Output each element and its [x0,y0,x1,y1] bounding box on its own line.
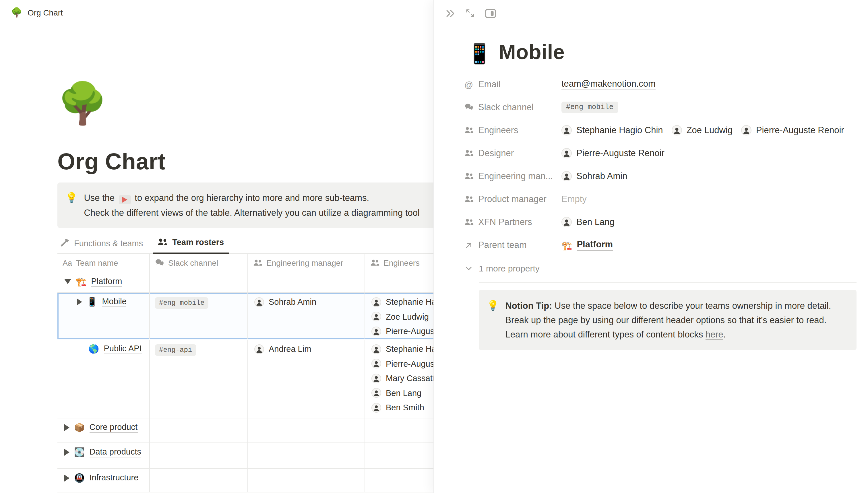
slack-channel-chip: #eng-api [155,344,196,356]
lightbulb-icon: 💡 [65,191,78,220]
property-label[interactable]: @ Email [464,79,562,89]
person-mention[interactable]: Pierre-Auguste Renoir [741,125,844,135]
cell-slack-channel[interactable]: #eng-api [150,340,248,417]
arrow-up-right-icon [464,240,473,250]
here-link[interactable]: here [705,329,723,340]
cell-team-name[interactable]: 📦 Core product [58,418,150,442]
cell-team-name[interactable]: 🌎 Public API [58,340,150,417]
team-name-link[interactable]: Core product [89,422,137,432]
person-mention[interactable]: Zoe Ludwig [672,125,733,135]
person-name: Sohrab Amin [269,298,316,307]
avatar [562,125,572,135]
hammer-icon [60,238,69,248]
team-name-link[interactable]: Infrastructure [89,473,139,483]
more-properties-toggle[interactable]: 1 more property [464,257,868,279]
cell-slack-channel[interactable] [150,443,248,468]
team-emoji: 🌎 [88,344,99,353]
person-name: Sohrab Amin [576,171,628,181]
property-label[interactable]: Engineering man... [464,171,562,181]
cell-slack-channel[interactable]: #eng-mobile [150,293,248,339]
property-label[interactable]: Engineers [464,125,562,135]
people-icon [464,148,473,158]
person-mention[interactable]: Andrea Lim [248,342,364,357]
expand-toggle-icon[interactable] [64,424,69,431]
avatar [254,344,264,354]
toggle-spacer [77,348,84,349]
person-name: Andrea Lim [269,345,311,354]
cell-slack-channel[interactable] [150,272,248,292]
people-icon [464,171,473,181]
chat-bubbles-icon [464,103,473,112]
property-label[interactable]: Parent team [464,240,562,250]
cell-engineering-manager[interactable] [248,443,365,468]
tab-label: Functions & teams [74,238,143,248]
cell-team-name[interactable]: 🚇 Infrastructure [58,469,150,492]
parent-team-relation-link[interactable]: 🏗️ Platform [562,239,613,251]
property-label[interactable]: Designer [464,148,562,158]
people-icon [464,217,473,227]
breadcrumb-page-title[interactable]: Org Chart [27,8,63,17]
expand-toggle-icon[interactable] [64,474,69,481]
cell-team-name[interactable]: 📱 Mobile [58,293,150,339]
callout-line-2: Check the different views of the table. … [84,205,419,220]
cell-team-name[interactable]: 🏗️ Platform [58,272,150,292]
person-name: Ben Lang [386,389,421,398]
team-name-link[interactable]: Data products [89,447,141,457]
property-label[interactable]: Slack channel [464,102,562,112]
divider [479,282,856,283]
team-name-link[interactable]: Mobile [102,296,126,307]
avatar [372,359,381,369]
slack-channel-chip: #eng-mobile [155,297,208,308]
cell-slack-channel[interactable] [150,418,248,442]
team-page-title[interactable]: Mobile [499,40,565,64]
people-icon [464,194,473,204]
cell-engineering-manager[interactable] [248,272,365,292]
people-icon [370,258,379,267]
cell-engineering-manager[interactable] [248,469,365,492]
open-full-page-expand-icon[interactable] [463,6,478,21]
person-mention[interactable]: Pierre-Auguste Renoir [562,148,664,158]
person-mention[interactable]: Sohrab Amin [562,171,628,181]
team-page-emoji[interactable]: 📱 [467,42,492,64]
chevron-down-icon [464,263,473,273]
peek-title: 📱 Mobile [467,40,868,64]
avatar [254,297,264,307]
expand-toggle-icon[interactable] [64,449,69,455]
person-mention[interactable]: Stephanie Hagio Chin [562,125,663,135]
property-row-product-manager: Product manager Empty [464,188,868,211]
cell-engineering-manager[interactable]: Andrea Lim [248,340,365,417]
person-name: Zoe Ludwig [386,312,429,321]
cell-engineering-manager[interactable]: Sohrab Amin [248,293,365,339]
property-row-slack-channel: Slack channel #eng-mobile [464,96,868,119]
team-emoji: 🏗️ [76,277,86,286]
person-mention[interactable]: Sohrab Amin [248,295,364,309]
person-mention[interactable]: Ben Lang [562,217,615,227]
page-cover-emoji[interactable]: 🌳 [58,82,103,125]
column-header-team-name[interactable]: Aa Team name [58,253,150,272]
property-label[interactable]: XFN Partners [464,217,562,227]
cell-team-name[interactable]: 💽 Data products [58,443,150,468]
close-peek-double-chevron-icon[interactable] [443,6,458,21]
empty-value[interactable]: Empty [562,194,587,204]
cell-engineering-manager[interactable] [248,418,365,442]
property-label[interactable]: Product manager [464,194,562,204]
collapse-toggle-icon[interactable] [64,279,71,284]
tab-functions-and-teams[interactable]: Functions & teams [58,237,148,253]
email-value-link[interactable]: team@makenotion.com [562,79,656,90]
person-name: Ben Smith [386,403,424,412]
slack-channel-chip[interactable]: #eng-mobile [562,102,618,113]
team-emoji: 💽 [74,448,85,456]
column-header-slack-channel[interactable]: Slack channel [150,253,248,272]
team-emoji: 📱 [87,297,97,306]
team-name-link[interactable]: Platform [91,276,122,287]
column-header-engineering-manager[interactable]: Engineering manager [248,253,365,272]
team-name-link[interactable]: Public API [104,343,142,354]
cell-slack-channel[interactable] [150,469,248,492]
tab-team-rosters[interactable]: Team rosters [153,236,229,254]
lightbulb-icon: 💡 [487,298,499,342]
team-emoji: 🚇 [74,473,85,482]
property-row-xfn-partners: XFN Partners Ben Lang [464,211,868,234]
expand-toggle-icon[interactable] [77,298,82,305]
side-peek-mode-icon[interactable] [483,6,498,21]
property-row-designer: Designer Pierre-Auguste Renoir [464,142,868,165]
